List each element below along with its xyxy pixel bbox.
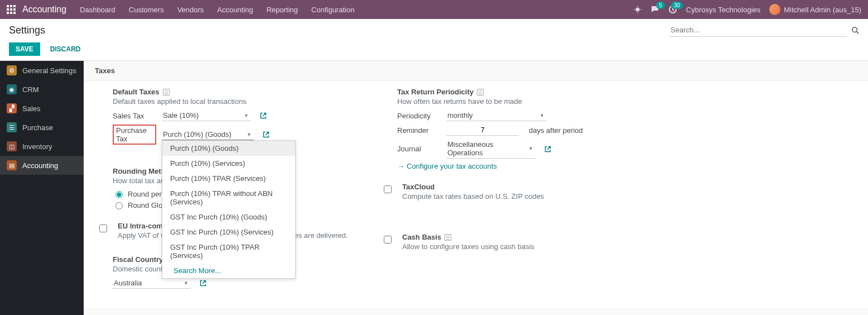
sales-tax-value: Sale (10%) xyxy=(163,111,199,120)
configure-tax-accounts-label: Configure your tax accounts xyxy=(407,162,497,170)
menu-dashboard[interactable]: Dashboard xyxy=(80,6,115,14)
company-name[interactable]: Cybrosys Technologies xyxy=(686,6,760,14)
dropdown-option[interactable]: Purch (10%) (Goods) xyxy=(162,141,295,156)
reminder-suffix: days after period xyxy=(529,126,583,135)
dropdown-option[interactable]: Purch (10%) TPAR without ABN (Services) xyxy=(162,186,295,209)
default-taxes-title: Default Taxes xyxy=(113,88,160,96)
cash-basis-desc: Allow to configure taxes using cash basi… xyxy=(402,242,644,251)
user-menu[interactable]: Mitchell Admin (aus_15) xyxy=(769,4,861,15)
taxcloud-checkbox[interactable] xyxy=(384,185,392,193)
dropdown-search-more[interactable]: Search More... xyxy=(162,263,295,278)
purchase-tax-dropdown: Purch (10%) (Goods) Purch (10%) (Service… xyxy=(162,140,296,279)
sidebar-item-inventory[interactable]: ◫ Inventory xyxy=(0,137,84,156)
configure-tax-accounts-link[interactable]: → Configure your tax accounts xyxy=(397,162,644,170)
fiscal-country-select[interactable]: Australia ▼ xyxy=(113,278,191,289)
sidebar-item-crm[interactable]: ◉ CRM xyxy=(0,80,84,99)
activities-icon[interactable]: 30 xyxy=(668,5,677,14)
doc-icon[interactable] xyxy=(163,89,170,96)
periodicity-title: Tax Return Periodicity xyxy=(397,88,474,96)
messages-badge: 5 xyxy=(656,2,665,9)
page-title: Settings xyxy=(9,25,45,36)
purchase-tax-value: Purch (10%) (Goods) xyxy=(163,130,232,139)
menu-vendors[interactable]: Vendors xyxy=(177,6,204,14)
doc-icon[interactable] xyxy=(477,89,484,96)
settings-sidebar: ⚙ General Settings ◉ CRM ▞ Sales ☰ Purch… xyxy=(0,61,84,315)
caret-down-icon: ▼ xyxy=(528,146,533,151)
activities-badge: 30 xyxy=(671,2,683,9)
discard-button[interactable]: DISCARD xyxy=(47,42,84,56)
purchase-tax-label: Purchase Tax xyxy=(113,125,156,145)
app-brand: Accounting xyxy=(22,4,66,15)
menu-configuration[interactable]: Configuration xyxy=(311,6,354,14)
sidebar-item-label: Inventory xyxy=(22,142,52,151)
control-panel: Settings SAVE DISCARD xyxy=(0,19,868,61)
reminder-label: Reminder xyxy=(397,126,441,135)
periodicity-label: Periodicity xyxy=(397,112,441,120)
doc-icon[interactable] xyxy=(445,234,451,241)
dropdown-option[interactable]: Purch (10%) TPAR (Services) xyxy=(162,171,295,186)
caret-down-icon: ▼ xyxy=(247,132,252,137)
external-link-icon[interactable] xyxy=(544,146,551,152)
journal-select[interactable]: Miscellaneous Operations ▼ xyxy=(446,139,536,159)
external-link-icon[interactable] xyxy=(260,112,267,119)
search-input[interactable] xyxy=(669,23,847,37)
external-link-icon[interactable] xyxy=(200,280,206,287)
svg-point-0 xyxy=(635,8,639,12)
sidebar-item-sales[interactable]: ▞ Sales xyxy=(0,99,84,118)
sidebar-item-label: CRM xyxy=(22,85,39,94)
periodicity-desc: How often tax returns have to be made xyxy=(397,97,644,106)
default-taxes-desc: Default taxes applied to local transacti… xyxy=(113,97,359,106)
sales-tax-label: Sales Tax xyxy=(113,112,156,120)
arrow-right-icon: → xyxy=(397,162,404,170)
top-navbar: Accounting Dashboard Customers Vendors A… xyxy=(0,0,868,19)
reminder-input[interactable] xyxy=(446,125,519,136)
dropdown-option[interactable]: Purch (10%) (Services) xyxy=(162,156,295,171)
cash-basis-checkbox[interactable] xyxy=(384,236,392,244)
svg-point-2 xyxy=(852,27,857,32)
caret-down-icon: ▼ xyxy=(184,280,189,286)
handshake-icon: ◉ xyxy=(7,84,17,94)
sales-tax-select[interactable]: Sale (10%) ▼ xyxy=(162,110,251,121)
taxcloud-title: TaxCloud xyxy=(402,183,435,191)
caret-down-icon: ▼ xyxy=(244,113,249,118)
journal-label: Journal xyxy=(397,145,441,153)
top-menu: Dashboard Customers Vendors Accounting R… xyxy=(80,6,354,14)
purchase-tax-select[interactable]: Purch (10%) (Goods) ▼ xyxy=(162,129,254,140)
sidebar-item-label: Sales xyxy=(22,104,41,113)
radio-round-per-line[interactable] xyxy=(115,191,123,198)
external-link-icon[interactable] xyxy=(263,131,269,138)
dropdown-option[interactable]: GST Inc Purch (10%) TPAR (Services) xyxy=(162,240,295,263)
eu-oss-checkbox[interactable] xyxy=(99,225,107,232)
menu-customers[interactable]: Customers xyxy=(129,6,164,14)
dropdown-option[interactable]: GST Inc Purch (10%) (Goods) xyxy=(162,209,295,225)
fiscal-country-value: Australia xyxy=(114,279,142,287)
messages-icon[interactable]: 5 xyxy=(650,5,659,14)
cash-basis-title: Cash Basis xyxy=(402,233,441,241)
menu-reporting[interactable]: Reporting xyxy=(267,6,298,14)
gear-icon: ⚙ xyxy=(7,65,17,75)
user-avatar xyxy=(769,4,780,15)
save-button[interactable]: SAVE xyxy=(9,42,40,56)
periodicity-value: monthly xyxy=(447,111,473,120)
sidebar-item-label: General Settings xyxy=(22,66,76,75)
sidebar-item-label: Purchase xyxy=(22,123,53,132)
sidebar-item-label: Accounting xyxy=(22,161,58,170)
user-name: Mitchell Admin (aus_15) xyxy=(784,6,861,14)
fiscal-country-title: Fiscal Country xyxy=(113,255,163,264)
chart-icon: ▞ xyxy=(7,103,17,113)
periodicity-select[interactable]: monthly ▼ xyxy=(446,110,547,121)
sidebar-item-accounting[interactable]: ▤ Accounting xyxy=(0,156,84,175)
apps-icon[interactable] xyxy=(7,5,16,14)
search-icon[interactable] xyxy=(851,26,859,34)
sidebar-item-purchase[interactable]: ☰ Purchase xyxy=(0,118,84,137)
radio-round-globally[interactable] xyxy=(115,202,123,209)
journal-value: Miscellaneous Operations xyxy=(447,140,525,157)
book-icon: ▤ xyxy=(7,160,17,170)
caret-down-icon: ▼ xyxy=(539,113,544,118)
cart-icon: ☰ xyxy=(7,122,17,132)
sidebar-item-general[interactable]: ⚙ General Settings xyxy=(0,61,84,80)
bug-icon[interactable] xyxy=(634,6,642,13)
box-icon: ◫ xyxy=(7,141,17,151)
dropdown-option[interactable]: GST Inc Purch (10%) (Services) xyxy=(162,225,295,240)
menu-accounting[interactable]: Accounting xyxy=(217,6,253,14)
